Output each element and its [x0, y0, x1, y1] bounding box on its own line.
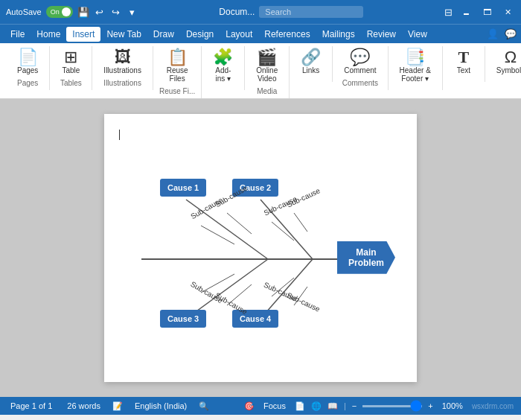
save-icon[interactable]: 💾: [77, 6, 89, 18]
status-bar: Page 1 of 1 26 words 📝 English (India) 🔍…: [0, 397, 521, 415]
reuse-files-icon: 📋: [167, 49, 188, 66]
zoom-slider[interactable]: [362, 405, 422, 407]
menu-mailings[interactable]: Mailings: [316, 27, 361, 42]
title-right-controls: ⊟ 🗕 🗖 ✕: [444, 4, 515, 19]
customize-icon[interactable]: ▾: [127, 6, 138, 18]
zoom-separator: |: [344, 401, 346, 410]
fishbone-diagram: Cause 1 Cause 2 Cause 3 Cause 4 MainProb…: [119, 147, 402, 371]
table-icon: ⊞: [64, 49, 77, 66]
title-center: Docum...: [219, 6, 363, 18]
close-button[interactable]: ✕: [500, 4, 515, 19]
illustrations-label: Illustrations: [103, 66, 141, 74]
reusefiles-group-label: Reuse Fi...: [159, 87, 195, 95]
cause1-box[interactable]: Cause 1: [160, 179, 206, 197]
svg-line-7: [272, 222, 294, 241]
comments-group-label: Comments: [342, 79, 378, 87]
comment-label: Comment: [344, 66, 376, 74]
title-search-input[interactable]: [259, 6, 363, 18]
header-footer-button[interactable]: 📑 Header &Footer ▾: [394, 46, 436, 86]
undo-icon[interactable]: ↩: [94, 6, 106, 18]
subcause-text-8: Sub-cause: [286, 290, 322, 313]
document-page: Cause 1 Cause 2 Cause 3 Cause 4 MainProb…: [104, 114, 417, 382]
focus-label[interactable]: Focus: [260, 401, 289, 410]
page-info[interactable]: Page 1 of 1: [7, 401, 55, 410]
ribbon-group-links: 🔗 Links: [290, 46, 333, 82]
main-area: Cause 1 Cause 2 Cause 3 Cause 4 MainProb…: [0, 99, 521, 397]
ribbon-group-tables: ⊞ Table Tables: [50, 46, 92, 90]
reuse-files-label: ReuseFiles: [167, 66, 188, 83]
comment-icon[interactable]: 💬: [505, 28, 517, 39]
cause3-box[interactable]: Cause 3: [160, 310, 206, 328]
svg-line-5: [201, 226, 234, 244]
ribbon-display-icon[interactable]: ⊟: [444, 7, 453, 18]
watermark: wsxdrm.com: [472, 402, 514, 410]
view-web-icon[interactable]: 🌐: [311, 401, 322, 411]
addins-button[interactable]: 🧩 Add-ins ▾: [208, 46, 238, 86]
zoom-in-icon[interactable]: +: [428, 401, 432, 410]
table-button[interactable]: ⊞ Table: [56, 46, 86, 77]
symbols-button[interactable]: Ω Symbols: [491, 46, 521, 77]
restore-button[interactable]: 🗖: [479, 4, 494, 19]
ribbon-group-reusefiles: 📋 ReuseFiles Reuse Fi...: [153, 46, 202, 98]
pages-icon: 📄: [18, 49, 38, 66]
addins-icon: 🧩: [213, 49, 233, 66]
svg-line-8: [294, 213, 307, 232]
share-icon[interactable]: 👤: [487, 28, 499, 39]
zoom-level[interactable]: 100%: [439, 401, 466, 410]
online-video-button[interactable]: 🎬 OnlineVideo: [251, 46, 283, 86]
text-icon: T: [458, 49, 469, 66]
main-problem-box[interactable]: MainProblem: [337, 241, 395, 274]
ribbon: 📄 Pages Pages ⊞ Table Tables 🖼 Illustrat…: [0, 43, 521, 99]
media-group-label: Media: [257, 87, 277, 95]
minimize-button[interactable]: 🗕: [458, 4, 473, 19]
document-container[interactable]: Cause 1 Cause 2 Cause 3 Cause 4 MainProb…: [0, 99, 521, 397]
word-count[interactable]: 26 words: [64, 401, 103, 410]
focus-icon[interactable]: 🎯: [244, 401, 255, 411]
menu-bar: File Home Insert New Tab Draw Design Lay…: [0, 24, 521, 43]
menu-newtab[interactable]: New Tab: [100, 27, 147, 42]
ribbon-group-media: 🎬 OnlineVideo Media: [245, 46, 290, 98]
pages-group-label: Pages: [17, 79, 38, 87]
zoom-out-icon[interactable]: −: [352, 401, 357, 410]
links-button[interactable]: 🔗 Links: [295, 46, 326, 77]
status-right: 🎯 Focus 📄 🌐 📖 | − + 100% wsxdrm.com: [244, 401, 514, 411]
menu-layout[interactable]: Layout: [220, 27, 258, 42]
language[interactable]: English (India): [132, 401, 190, 410]
menu-file[interactable]: File: [4, 27, 31, 42]
view-mode-icon[interactable]: 📄: [295, 401, 305, 411]
text-label: Text: [457, 66, 470, 74]
table-label: Table: [62, 66, 80, 74]
pages-button[interactable]: 📄 Pages: [12, 46, 43, 77]
view-read-icon[interactable]: 📖: [327, 401, 338, 411]
addins-label: Add-ins ▾: [215, 66, 231, 83]
menu-insert[interactable]: Insert: [66, 27, 100, 42]
ribbon-group-symbols: Ω Symbols: [485, 46, 521, 82]
links-label: Links: [302, 66, 319, 74]
proofing-icon[interactable]: 📝: [112, 401, 123, 411]
accessibility-icon[interactable]: 🔍: [199, 401, 209, 411]
menu-home[interactable]: Home: [31, 27, 66, 42]
text-button[interactable]: T Text: [449, 46, 479, 77]
illustrations-icon: 🖼: [115, 49, 131, 66]
menu-draw[interactable]: Draw: [147, 27, 180, 42]
autosave-label: AutoSave: [6, 7, 42, 16]
menu-review[interactable]: Review: [361, 27, 402, 42]
svg-line-6: [227, 213, 252, 234]
redo-icon[interactable]: ↪: [110, 6, 122, 18]
links-icon: 🔗: [301, 49, 321, 66]
ribbon-group-illustrations: 🖼 Illustrations Illustrations: [92, 46, 153, 90]
ribbon-group-pages: 📄 Pages Pages: [6, 46, 50, 90]
reuse-files-button[interactable]: 📋 ReuseFiles: [162, 46, 194, 86]
tables-group-label: Tables: [60, 79, 82, 87]
title-bar-left: AutoSave On 💾 ↩ ↪ ▾: [6, 6, 138, 18]
menu-design[interactable]: Design: [180, 27, 220, 42]
pages-label: Pages: [17, 66, 38, 74]
menu-references[interactable]: References: [258, 27, 316, 42]
comment-button[interactable]: 💬 Comment: [339, 46, 381, 77]
symbols-label: Symbols: [496, 66, 521, 74]
comment-icon-ribbon: 💬: [350, 49, 370, 66]
menu-view[interactable]: View: [402, 27, 433, 42]
illustrations-button[interactable]: 🖼 Illustrations: [98, 46, 147, 77]
autosave-toggle[interactable]: On: [46, 6, 73, 18]
autosave-state: On: [51, 8, 60, 16]
